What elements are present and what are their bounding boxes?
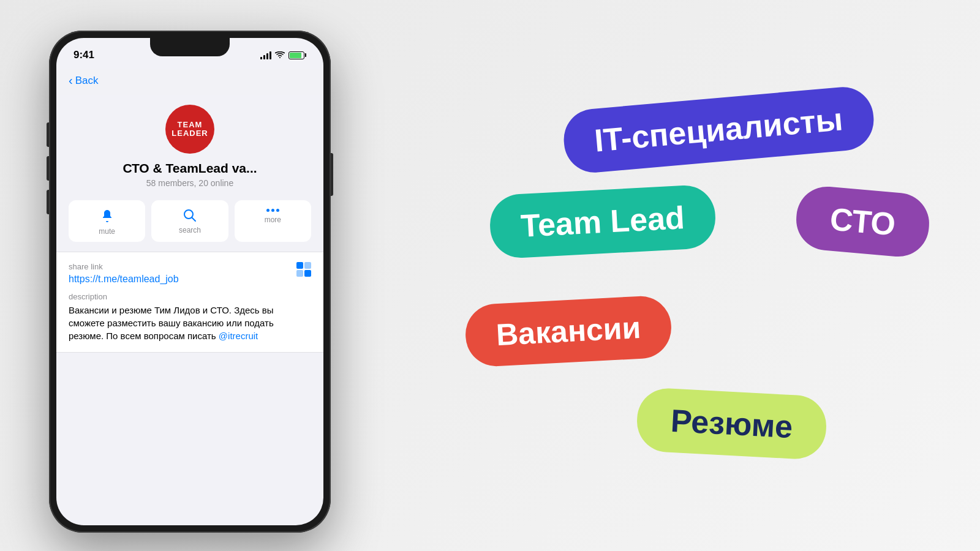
tag-resume: Резюме [635,387,827,460]
action-buttons-row: mute search more [56,200,323,252]
description-text: Вакансии и резюме Тим Лидов и СТО. Здесь… [69,304,311,342]
battery-icon [288,51,306,59]
description-section: description Вакансии и резюме Тим Лидов … [69,292,311,342]
channel-avatar: TEAM LEADER [165,105,214,154]
description-label: description [69,292,311,301]
qr-code-icon[interactable] [296,262,311,277]
bell-icon [100,209,115,223]
share-link-label: share link [69,262,179,271]
tag-vacancies: Вакансии [464,294,673,367]
tag-it-specialists: IT-специалисты [561,84,876,175]
search-label: search [179,226,201,234]
tags-container: IT-специалисты Team Lead СТО Вакансии Ре… [429,0,980,551]
more-label: more [265,216,281,224]
more-dots-icon [266,209,279,212]
share-link-content: share link https://t.me/teamlead_job [69,262,179,285]
avatar-text-bottom: LEADER [172,129,208,138]
back-chevron-icon: ‹ [69,73,73,88]
more-button[interactable]: more [235,200,311,242]
navigation-bar: ‹ Back [56,69,323,95]
phone-frame: 9:41 [49,31,331,533]
mute-button[interactable]: mute [69,200,145,242]
wifi-icon [275,51,285,59]
back-button[interactable]: ‹ Back [69,73,98,88]
mention-link[interactable]: @itrecruit [219,331,258,341]
avatar-text-top: TEAM [178,121,203,129]
status-icons [260,51,306,59]
back-label: Back [75,75,99,87]
phone-screen: 9:41 [56,38,323,525]
mute-label: mute [99,227,115,236]
share-link-row: share link https://t.me/teamlead_job [69,262,311,285]
share-link-url[interactable]: https://t.me/teamlead_job [69,274,179,284]
search-button[interactable]: search [151,200,228,242]
channel-name: СТО & TeamLead va... [123,161,257,176]
channel-info-section: share link https://t.me/teamlead_job des… [56,252,323,353]
signal-icon [260,51,271,59]
search-icon [183,209,197,222]
phone-mockup: 9:41 [49,31,343,533]
channel-header: TEAM LEADER СТО & TeamLead va... 58 memb… [56,95,323,200]
svg-line-1 [192,218,195,222]
status-time: 9:41 [74,49,94,61]
tag-team-lead: Team Lead [489,184,717,259]
phone-notch [150,38,230,56]
channel-members-count: 58 members, 20 online [146,178,233,188]
tag-cto: СТО [794,184,932,260]
